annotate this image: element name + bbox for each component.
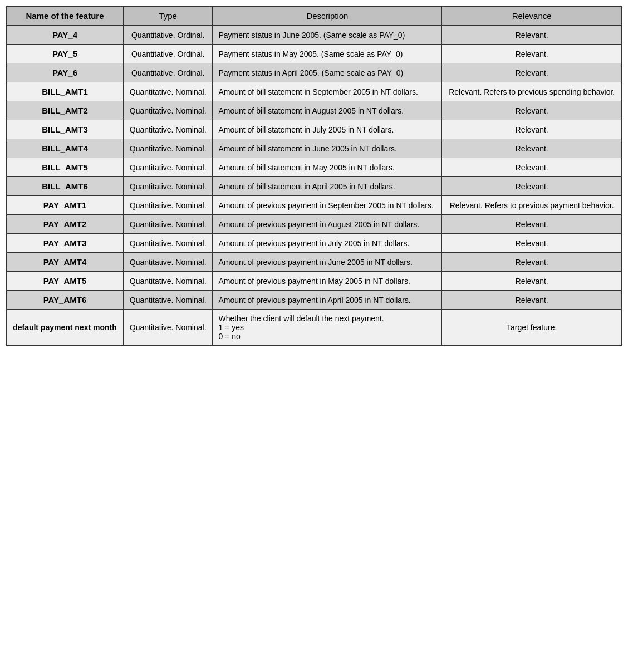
table-row: BILL_AMT4Quantitative. Nominal.Amount of…: [6, 139, 622, 158]
cell-feature-name: default payment next month: [6, 310, 123, 346]
cell-relevance: Relevant.: [442, 139, 622, 158]
cell-type: Quantitative. Nominal.: [123, 101, 212, 120]
cell-description: Amount of previous payment in September …: [213, 196, 442, 215]
cell-relevance: Relevant.: [442, 120, 622, 139]
cell-type: Quantitative. Nominal.: [123, 120, 212, 139]
table-row: BILL_AMT1Quantitative. Nominal.Amount of…: [6, 82, 622, 101]
cell-description: Amount of bill statement in May 2005 in …: [213, 158, 442, 177]
cell-type: Quantitative. Nominal.: [123, 82, 212, 101]
header-type: Type: [123, 6, 212, 26]
cell-feature-name: PAY_AMT1: [6, 196, 123, 215]
table-row: PAY_6Quantitative. Ordinal.Payment statu…: [6, 63, 622, 82]
table-row: BILL_AMT2Quantitative. Nominal.Amount of…: [6, 101, 622, 120]
cell-relevance: Relevant.: [442, 272, 622, 291]
table-row: PAY_4Quantitative. Ordinal.Payment statu…: [6, 26, 622, 45]
table-header-row: Name of the feature Type Description Rel…: [6, 6, 622, 26]
table-row: PAY_AMT5Quantitative. Nominal.Amount of …: [6, 272, 622, 291]
cell-feature-name: PAY_4: [6, 26, 123, 45]
table-row: BILL_AMT5Quantitative. Nominal.Amount of…: [6, 158, 622, 177]
cell-type: Quantitative. Ordinal.: [123, 63, 212, 82]
cell-feature-name: PAY_5: [6, 45, 123, 63]
cell-feature-name: PAY_6: [6, 63, 123, 82]
cell-type: Quantitative. Nominal.: [123, 177, 212, 196]
cell-feature-name: PAY_AMT3: [6, 234, 123, 253]
cell-description: Amount of previous payment in June 2005 …: [213, 253, 442, 272]
cell-type: Quantitative. Nominal.: [123, 310, 212, 346]
cell-description: Amount of bill statement in August 2005 …: [213, 101, 442, 120]
cell-description: Amount of previous payment in August 200…: [213, 215, 442, 234]
cell-feature-name: PAY_AMT5: [6, 272, 123, 291]
cell-feature-name: PAY_AMT6: [6, 291, 123, 310]
cell-feature-name: BILL_AMT6: [6, 177, 123, 196]
table-row: PAY_AMT1Quantitative. Nominal.Amount of …: [6, 196, 622, 215]
cell-type: Quantitative. Nominal.: [123, 272, 212, 291]
cell-relevance: Relevant.: [442, 177, 622, 196]
cell-description: Amount of bill statement in April 2005 i…: [213, 177, 442, 196]
table-row: BILL_AMT3Quantitative. Nominal.Amount of…: [6, 120, 622, 139]
cell-description: Amount of bill statement in September 20…: [213, 82, 442, 101]
cell-description: Whether the client will default the next…: [213, 310, 442, 346]
cell-relevance: Relevant.: [442, 234, 622, 253]
cell-type: Quantitative. Nominal.: [123, 158, 212, 177]
cell-type: Quantitative. Nominal.: [123, 215, 212, 234]
cell-feature-name: PAY_AMT4: [6, 253, 123, 272]
cell-relevance: Relevant.: [442, 158, 622, 177]
cell-type: Quantitative. Nominal.: [123, 234, 212, 253]
cell-feature-name: BILL_AMT5: [6, 158, 123, 177]
table-row: default payment next monthQuantitative. …: [6, 310, 622, 346]
cell-description: Payment status in June 2005. (Same scale…: [213, 26, 442, 45]
cell-relevance: Relevant.: [442, 253, 622, 272]
cell-relevance: Relevant.: [442, 45, 622, 63]
cell-description: Amount of bill statement in July 2005 in…: [213, 120, 442, 139]
cell-description: Amount of bill statement in June 2005 in…: [213, 139, 442, 158]
cell-type: Quantitative. Ordinal.: [123, 26, 212, 45]
cell-type: Quantitative. Nominal.: [123, 139, 212, 158]
cell-description: Payment status in May 2005. (Same scale …: [213, 45, 442, 63]
cell-feature-name: BILL_AMT2: [6, 101, 123, 120]
cell-type: Quantitative. Nominal.: [123, 291, 212, 310]
cell-description: Amount of previous payment in April 2005…: [213, 291, 442, 310]
table-row: PAY_AMT4Quantitative. Nominal.Amount of …: [6, 253, 622, 272]
cell-feature-name: BILL_AMT4: [6, 139, 123, 158]
cell-relevance: Relevant. Refers to previous payment beh…: [442, 196, 622, 215]
table-row: PAY_AMT3Quantitative. Nominal.Amount of …: [6, 234, 622, 253]
cell-type: Quantitative. Ordinal.: [123, 45, 212, 63]
cell-feature-name: BILL_AMT1: [6, 82, 123, 101]
cell-relevance: Relevant.: [442, 101, 622, 120]
cell-type: Quantitative. Nominal.: [123, 253, 212, 272]
cell-feature-name: BILL_AMT3: [6, 120, 123, 139]
cell-description: Payment status in April 2005. (Same scal…: [213, 63, 442, 82]
cell-relevance: Relevant.: [442, 215, 622, 234]
header-description: Description: [213, 6, 442, 26]
header-name: Name of the feature: [6, 6, 123, 26]
cell-relevance: Relevant.: [442, 26, 622, 45]
cell-feature-name: PAY_AMT2: [6, 215, 123, 234]
cell-relevance: Relevant.: [442, 63, 622, 82]
table-row: PAY_AMT6Quantitative. Nominal.Amount of …: [6, 291, 622, 310]
header-relevance: Relevance: [442, 6, 622, 26]
cell-relevance: Target feature.: [442, 310, 622, 346]
table-row: PAY_5Quantitative. Ordinal.Payment statu…: [6, 45, 622, 63]
table-row: PAY_AMT2Quantitative. Nominal.Amount of …: [6, 215, 622, 234]
cell-relevance: Relevant.: [442, 291, 622, 310]
cell-type: Quantitative. Nominal.: [123, 196, 212, 215]
table-container: Name of the feature Type Description Rel…: [6, 6, 622, 346]
cell-relevance: Relevant. Refers to previous spending be…: [442, 82, 622, 101]
table-row: BILL_AMT6Quantitative. Nominal.Amount of…: [6, 177, 622, 196]
cell-description: Amount of previous payment in May 2005 i…: [213, 272, 442, 291]
feature-table: Name of the feature Type Description Rel…: [6, 6, 622, 346]
cell-description: Amount of previous payment in July 2005 …: [213, 234, 442, 253]
